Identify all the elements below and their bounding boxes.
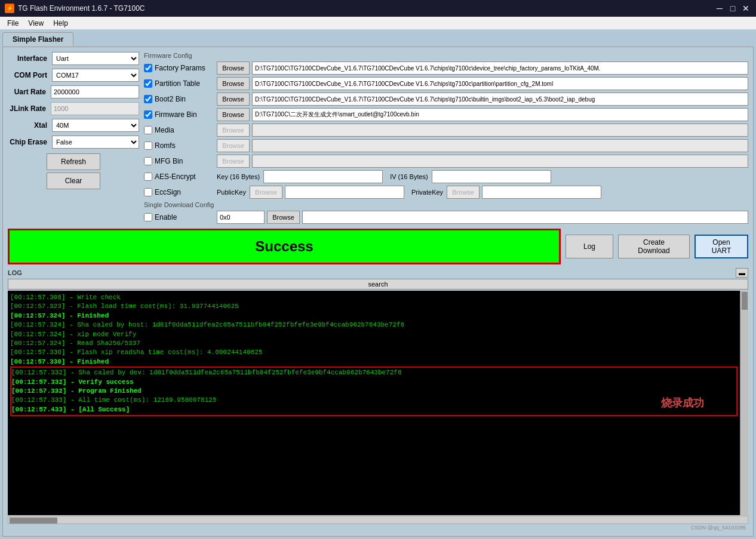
log-line: [00:12:57.324] - Read Sha256/5337: [10, 339, 737, 348]
scroll-thumb[interactable]: [742, 292, 748, 310]
log-line: [00:12:57.324] - Sha caled by host: 1d81…: [10, 321, 737, 329]
eccsign-privkey-input[interactable]: [482, 186, 601, 199]
eccsign-row: EccSign PublicKey Browse PrivateKey Brow…: [144, 186, 748, 199]
horizontal-scrollbar[interactable]: [8, 516, 748, 524]
aes-encrypt-checkbox[interactable]: [144, 173, 152, 181]
chip-erase-label: Chip Erase: [8, 138, 50, 146]
menu-help[interactable]: Help: [48, 18, 73, 29]
log-search-button[interactable]: search: [8, 279, 748, 289]
boot2-bin-path[interactable]: [252, 93, 748, 106]
partition-table-browse-btn[interactable]: Browse: [217, 77, 250, 90]
factory-params-checkbox[interactable]: [144, 64, 152, 72]
media-path: [252, 124, 748, 137]
boot2-bin-label: Boot2 Bin: [155, 95, 214, 103]
log-line: [00:12:57.330] - Finished: [10, 358, 737, 366]
firmware-bin-checkbox[interactable]: [144, 110, 152, 119]
romfs-label: Romfs: [155, 141, 214, 150]
romfs-browse-btn: Browse: [217, 139, 250, 152]
jlink-rate-input: [51, 102, 139, 115]
firmware-row-media: Media Browse: [144, 124, 748, 137]
log-line: [00:12:57.333] - All time cost(ms): 1216…: [11, 396, 736, 405]
log-scrollbar[interactable]: [740, 291, 748, 515]
single-enable-checkbox[interactable]: [144, 213, 152, 221]
firmware-bin-browse-btn[interactable]: Browse: [217, 108, 250, 121]
close-button[interactable]: ✕: [740, 3, 751, 14]
create-download-button[interactable]: Create Download: [618, 235, 690, 258]
success-section: Success Log Create Download Open UART: [8, 229, 748, 264]
log-collapse-button[interactable]: ▬: [736, 268, 748, 278]
com-port-row: COM Port COM17 COM1 COM2: [8, 69, 139, 82]
public-key-label: PublicKey: [217, 189, 246, 196]
log-content[interactable]: [00:12:57.308] - Write check[00:12:57.32…: [8, 291, 740, 515]
firmware-bin-path[interactable]: [252, 108, 748, 121]
uart-rate-label: Uart Rate: [8, 88, 48, 96]
maximize-button[interactable]: □: [727, 3, 738, 14]
interface-label: Interface: [8, 54, 50, 63]
success-watermark: 烧录成功: [661, 396, 704, 410]
chip-erase-select[interactable]: False True: [52, 135, 139, 149]
eccsign-checkbox[interactable]: [144, 188, 152, 196]
title-bar: ⚡ TG Flash Environment 1.6.7 - TG7100C ─…: [0, 0, 756, 17]
boot2-bin-browse-btn[interactable]: Browse: [217, 93, 250, 106]
log-line: [00:12:57.324] - xip mode Verify: [10, 330, 737, 339]
single-download-row: Enable Browse: [144, 211, 748, 224]
private-key-label: PrivateKey: [411, 189, 443, 196]
eccsign-pubkey-input[interactable]: [285, 186, 404, 199]
xtal-label: Xtal: [8, 121, 50, 130]
log-section: LOG ▬ search [00:12:57.308] - Write chec…: [8, 268, 748, 531]
romfs-checkbox[interactable]: [144, 141, 152, 150]
open-uart-button[interactable]: Open UART: [694, 235, 748, 258]
mfg-bin-checkbox[interactable]: [144, 157, 152, 165]
media-checkbox[interactable]: [144, 126, 152, 134]
interface-row: Interface Uart JLink USB: [8, 52, 139, 65]
single-browse-btn[interactable]: Browse: [267, 211, 300, 224]
firmware-row-factory-params: Factory Params Browse: [144, 61, 748, 75]
single-download-label: Single Download Config: [144, 201, 748, 208]
xtal-select[interactable]: 40M 26M 24M: [52, 119, 139, 132]
partition-table-checkbox[interactable]: [144, 79, 152, 88]
title-bar-left: ⚡ TG Flash Environment 1.6.7 - TG7100C: [5, 4, 145, 13]
uart-rate-input[interactable]: [51, 85, 139, 98]
iv-label: IV (16 Bytes): [390, 173, 428, 180]
success-button[interactable]: Success: [8, 229, 561, 264]
firmware-row-partition-table: Partition Table Browse: [144, 77, 748, 90]
aes-key-input[interactable]: [263, 170, 383, 183]
log-line: [00:12:57.308] - Write check: [10, 293, 737, 302]
mfg-bin-browse-btn: Browse: [217, 155, 250, 168]
mfg-bin-path: [252, 155, 748, 168]
minimize-button[interactable]: ─: [714, 3, 725, 14]
boot2-bin-checkbox[interactable]: [144, 95, 152, 103]
menu-view[interactable]: View: [23, 18, 48, 29]
factory-params-browse-btn[interactable]: Browse: [217, 61, 250, 75]
single-enable-label: Enable: [155, 213, 214, 221]
log-label: LOG: [8, 269, 22, 276]
partition-table-path[interactable]: [252, 77, 748, 90]
eccsign-privkey-browse: Browse: [447, 186, 480, 199]
log-scroll-container: [00:12:57.308] - Write check[00:12:57.32…: [8, 291, 748, 515]
single-path-input[interactable]: [302, 211, 748, 224]
tab-simple-flasher[interactable]: Simple Flasher: [2, 32, 73, 47]
log-line: [00:12:57.324] - Finished: [10, 312, 737, 321]
refresh-button[interactable]: Refresh: [47, 153, 100, 170]
log-line: [00:12:57.433] - [All Success]: [11, 405, 736, 414]
log-line: [00:12:57.323] - Flash load time cost(ms…: [10, 302, 737, 311]
clear-button[interactable]: Clear: [47, 173, 100, 189]
interface-select[interactable]: Uart JLink USB: [52, 52, 139, 65]
firmware-config-label: Firmware Config: [144, 52, 748, 59]
app-icon: ⚡: [5, 4, 14, 13]
log-line: [00:12:57.332] - Verify success: [11, 378, 736, 387]
single-address-input[interactable]: [217, 211, 265, 224]
uart-rate-row: Uart Rate: [8, 85, 139, 98]
firmware-row-mfg-bin: MFG Bin Browse: [144, 155, 748, 168]
menu-file[interactable]: File: [2, 18, 23, 29]
eccsign-pubkey-browse: Browse: [250, 186, 282, 199]
firmware-row-firmware-bin: Firmware Bin Browse: [144, 108, 748, 121]
log-button[interactable]: Log: [566, 235, 613, 258]
com-port-label: COM Port: [8, 71, 50, 79]
factory-params-label: Factory Params: [155, 64, 214, 72]
aes-iv-input[interactable]: [432, 170, 551, 183]
media-label: Media: [155, 126, 214, 134]
factory-params-path[interactable]: [252, 61, 748, 75]
menu-bar: File View Help: [0, 17, 756, 30]
com-port-select[interactable]: COM17 COM1 COM2: [52, 69, 139, 82]
